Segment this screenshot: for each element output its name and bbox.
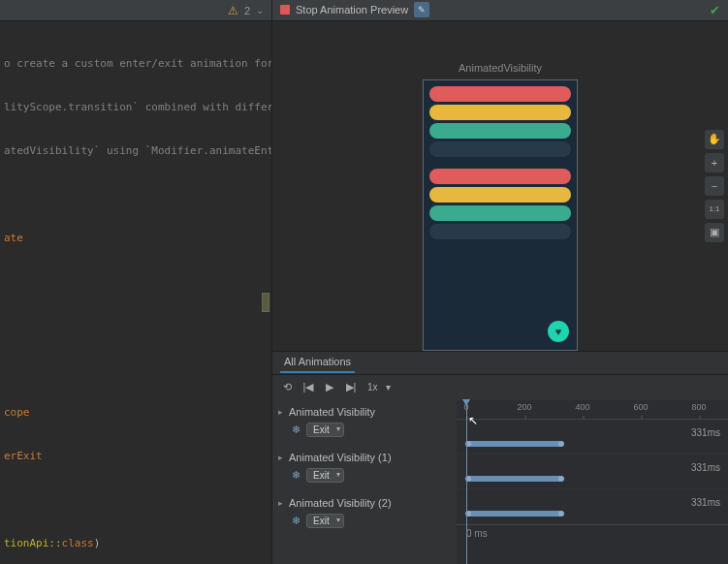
warning-count: 2 <box>244 5 250 16</box>
code-comment: atedVisibility` using `Modifier.animateE… <box>4 144 271 157</box>
device-frame: ♥ <box>423 79 578 351</box>
freeze-icon[interactable]: ❄ <box>292 515 301 527</box>
freeze-icon[interactable]: ❄ <box>292 469 301 482</box>
preview-pane: Stop Animation Preview ✎ ✔ AnimatedVisib… <box>271 0 728 564</box>
ruler-tick: 400 <box>575 402 589 412</box>
play-button[interactable]: ▶ <box>321 379 338 396</box>
preview-title: Stop Animation Preview <box>296 4 408 16</box>
duration-label: 331ms <box>691 462 720 473</box>
state-select[interactable]: Exit <box>306 514 344 528</box>
heart-icon: ♥ <box>555 326 562 337</box>
track-row: 331ms <box>457 420 728 454</box>
track-bar[interactable] <box>466 476 563 482</box>
chevron-right-icon[interactable]: ▸ <box>278 453 283 462</box>
code-comment: lityScope.transition` combined with diff… <box>4 101 271 113</box>
stop-icon[interactable] <box>280 5 290 15</box>
current-time: 0 ms <box>466 528 488 539</box>
track-bar[interactable] <box>466 441 563 447</box>
fab-button[interactable]: ♥ <box>548 321 569 342</box>
animation-controls: ⟲ |◀ ▶ ▶| 1x ▾ <box>272 375 728 400</box>
playhead[interactable] <box>466 400 467 564</box>
preview-bar <box>429 187 571 203</box>
animation-name: Animated Visibility <box>289 406 375 418</box>
preview-bar <box>429 169 571 184</box>
chevron-down-icon[interactable]: ⌄ <box>256 5 264 16</box>
zoom-reset-button[interactable]: 1:1 <box>705 200 724 219</box>
editor-statusbar: ⚠ 2 ⌄ <box>0 0 271 21</box>
zoom-out-button[interactable]: − <box>705 176 724 196</box>
speed-label[interactable]: 1x <box>367 382 378 392</box>
animation-labels: ▸ Animated Visibility ❄ Exit ▸ Animated … <box>272 400 457 564</box>
canvas-tools: ✋ + − 1:1 ▣ <box>705 130 724 242</box>
canvas-label: AnimatedVisibility <box>459 62 542 74</box>
state-select[interactable]: Exit <box>306 423 344 437</box>
timeline-footer: 0 ms <box>457 524 728 544</box>
preview-bar <box>429 141 571 157</box>
code-comment: o create a custom enter/exit animation f… <box>4 57 271 70</box>
scroll-marker[interactable] <box>262 293 269 312</box>
pan-tool-button[interactable]: ✋ <box>705 130 724 149</box>
loop-button[interactable]: ⟲ <box>278 379 296 396</box>
preview-canvas[interactable]: AnimatedVisibility ♥ ✋ + − 1:1 ▣ <box>272 21 728 351</box>
animation-item: ▸ Animated Visibility (2) ❄ Exit <box>278 495 451 531</box>
pencil-icon[interactable]: ✎ <box>414 2 429 17</box>
to-start-button[interactable]: |◀ <box>300 379 317 396</box>
chevron-right-icon[interactable]: ▸ <box>278 407 283 417</box>
preview-bar <box>429 86 571 102</box>
chevron-right-icon[interactable]: ▸ <box>278 498 283 508</box>
track-row: 331ms <box>457 489 728 524</box>
timeline-ruler[interactable]: 0 200 400 600 800 1000 <box>457 400 728 420</box>
chevron-down-icon[interactable]: ▾ <box>386 382 391 392</box>
track-bar[interactable] <box>466 511 563 517</box>
state-select[interactable]: Exit <box>306 468 344 483</box>
timeline: ▸ Animated Visibility ❄ Exit ▸ Animated … <box>272 400 728 564</box>
track-row: 331ms <box>457 454 728 489</box>
animation-name: Animated Visibility (1) <box>289 452 392 463</box>
duration-label: 331ms <box>691 497 720 508</box>
duration-label: 331ms <box>691 427 720 438</box>
ruler-tick: 800 <box>691 402 706 412</box>
preview-bar <box>429 224 571 239</box>
preview-bar <box>429 123 571 139</box>
check-icon: ✔ <box>710 3 720 17</box>
tab-all-animations[interactable]: All Animations <box>280 352 355 373</box>
freeze-icon[interactable]: ❄ <box>292 423 301 436</box>
warning-icon[interactable]: ⚠ <box>228 4 238 17</box>
to-end-button[interactable]: ▶| <box>342 379 360 396</box>
zoom-in-button[interactable]: + <box>705 153 724 172</box>
preview-toolbar: Stop Animation Preview ✎ ✔ <box>272 0 728 21</box>
timeline-tracks[interactable]: 0 200 400 600 800 1000 ↖ 331ms 331ms <box>457 400 728 564</box>
preview-bar <box>429 205 571 221</box>
animation-name: Animated Visibility (2) <box>289 497 392 509</box>
ruler-tick: 200 <box>517 402 531 412</box>
ruler-tick: 600 <box>633 402 648 412</box>
animation-tabs: All Animations <box>272 352 728 375</box>
preview-bar <box>429 105 571 120</box>
animation-inspector: All Animations ⟲ |◀ ▶ ▶| 1x ▾ ▸ Animated… <box>272 351 728 564</box>
animation-item: ▸ Animated Visibility (1) ❄ Exit <box>278 450 451 486</box>
code-editor-pane: ⚠ 2 ⌄ o create a custom enter/exit anima… <box>0 0 271 564</box>
animation-item: ▸ Animated Visibility ❄ Exit <box>278 404 451 440</box>
code-area[interactable]: o create a custom enter/exit animation f… <box>0 21 271 564</box>
frame-button[interactable]: ▣ <box>705 223 724 242</box>
